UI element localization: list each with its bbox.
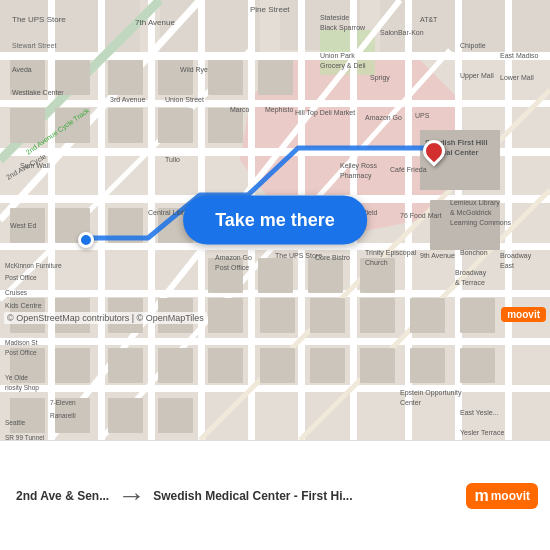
svg-rect-67 — [208, 348, 243, 383]
svg-text:& Terrace: & Terrace — [455, 279, 485, 286]
origin-label: 2nd Ave & Sen... — [16, 489, 109, 503]
svg-text:Seattle: Seattle — [5, 419, 26, 426]
svg-text:Tullo: Tullo — [165, 156, 180, 163]
svg-text:riosity Shop: riosity Shop — [5, 384, 39, 392]
moovit-watermark: moovit — [501, 307, 546, 322]
map-attribution: © OpenStreetMap contributors | © OpenMap… — [4, 312, 207, 324]
svg-text:Post Office: Post Office — [215, 264, 249, 271]
footer-arrow-icon: → — [117, 480, 145, 512]
svg-rect-68 — [260, 348, 295, 383]
svg-rect-60 — [360, 298, 395, 333]
svg-text:Grocery & Deli: Grocery & Deli — [320, 62, 366, 70]
svg-text:AT&T: AT&T — [420, 16, 438, 23]
take-me-there-button[interactable]: Take me there — [183, 196, 367, 245]
svg-text:Ranarelli: Ranarelli — [50, 412, 76, 419]
svg-text:East: East — [500, 262, 514, 269]
svg-text:Black Sparrow: Black Sparrow — [320, 24, 366, 32]
moovit-logo: m moovit — [466, 483, 538, 509]
svg-text:Madison St: Madison St — [5, 339, 38, 346]
svg-rect-51 — [308, 258, 343, 293]
svg-rect-34 — [10, 108, 45, 143]
svg-text:Union Park: Union Park — [320, 52, 355, 59]
svg-text:Lemieux Library: Lemieux Library — [450, 199, 500, 207]
svg-text:Bonchon: Bonchon — [460, 249, 488, 256]
svg-rect-71 — [410, 348, 445, 383]
svg-rect-38 — [108, 108, 143, 143]
svg-text:Learning Commons: Learning Commons — [450, 219, 512, 227]
svg-text:9th Avenue: 9th Avenue — [420, 252, 455, 259]
svg-text:SalonBar-Kon: SalonBar-Kon — [380, 29, 424, 36]
svg-text:Church: Church — [365, 259, 388, 266]
svg-text:East Madiso: East Madiso — [500, 52, 539, 59]
moovit-m-letter: m — [474, 487, 488, 505]
svg-rect-42 — [208, 108, 243, 143]
svg-text:Pharmacy: Pharmacy — [340, 172, 372, 180]
svg-rect-39 — [158, 108, 193, 143]
map-container: The UPS Store Stewart Street 7th Avenue … — [0, 0, 550, 440]
svg-rect-41 — [258, 60, 293, 95]
svg-text:Aveda: Aveda — [12, 66, 32, 73]
svg-text:Union Street: Union Street — [165, 96, 204, 103]
svg-rect-70 — [360, 348, 395, 383]
svg-rect-66 — [158, 348, 193, 383]
bottom-footer: 2nd Ave & Sen... → Swedish Medical Cente… — [0, 440, 550, 550]
svg-text:& McGoldrick: & McGoldrick — [450, 209, 492, 216]
svg-text:7-Eleven: 7-Eleven — [50, 399, 76, 406]
svg-rect-17 — [148, 0, 155, 440]
svg-text:West Ed: West Ed — [10, 222, 36, 229]
svg-text:Trinity Episcopal: Trinity Episcopal — [365, 249, 417, 257]
svg-rect-13 — [0, 338, 550, 345]
svg-rect-73 — [10, 398, 45, 433]
svg-text:Stateside: Stateside — [320, 14, 349, 21]
svg-rect-76 — [158, 398, 193, 433]
svg-text:UPS: UPS — [415, 112, 430, 119]
svg-text:Hill Top Deli Market: Hill Top Deli Market — [295, 109, 355, 117]
svg-text:76 Food Mart: 76 Food Mart — [400, 212, 442, 219]
svg-rect-69 — [310, 348, 345, 383]
origin-marker — [78, 232, 94, 248]
footer-origin: 2nd Ave & Sen... — [16, 489, 109, 503]
svg-text:Wild Rye: Wild Rye — [180, 66, 208, 74]
svg-rect-61 — [410, 298, 445, 333]
svg-text:Post Office: Post Office — [5, 274, 37, 281]
svg-rect-15 — [48, 0, 55, 440]
svg-text:Broadway: Broadway — [455, 269, 487, 277]
svg-text:Post Office: Post Office — [5, 349, 37, 356]
svg-rect-65 — [108, 348, 143, 383]
svg-text:Mephisto: Mephisto — [265, 106, 294, 114]
svg-text:Sum Wall: Sum Wall — [20, 162, 50, 169]
svg-text:Amazon Go: Amazon Go — [365, 114, 402, 121]
svg-text:Marco: Marco — [230, 106, 250, 113]
svg-text:Core Bistro: Core Bistro — [315, 254, 350, 261]
svg-text:Yesler Terrace: Yesler Terrace — [460, 429, 504, 436]
svg-text:Cruises: Cruises — [5, 289, 28, 296]
svg-rect-40 — [208, 60, 243, 95]
destination-pin — [418, 135, 449, 166]
svg-text:Amazon Go: Amazon Go — [215, 254, 252, 261]
svg-rect-62 — [460, 298, 495, 333]
svg-text:Kelley Ross: Kelley Ross — [340, 162, 377, 170]
svg-text:Broadway: Broadway — [500, 252, 532, 260]
svg-rect-1 — [0, 0, 140, 60]
svg-text:East Yesle...: East Yesle... — [460, 409, 499, 416]
svg-text:Lower Mall: Lower Mall — [500, 74, 534, 81]
svg-text:3rd Avenue: 3rd Avenue — [110, 96, 145, 103]
svg-text:Stewart Street: Stewart Street — [12, 42, 56, 49]
svg-rect-58 — [260, 298, 295, 333]
svg-text:Upper Mall: Upper Mall — [460, 72, 494, 80]
svg-rect-36 — [108, 60, 143, 95]
svg-text:Café Frieda: Café Frieda — [390, 166, 427, 173]
svg-text:McKinnon Furniture: McKinnon Furniture — [5, 262, 62, 269]
svg-rect-14 — [0, 385, 550, 392]
svg-rect-57 — [208, 298, 243, 333]
svg-rect-59 — [310, 298, 345, 333]
svg-rect-72 — [460, 348, 495, 383]
svg-text:Pine Street: Pine Street — [250, 5, 290, 14]
svg-text:Chipotle: Chipotle — [460, 42, 486, 50]
svg-text:Ye Olde: Ye Olde — [5, 374, 28, 381]
svg-rect-64 — [55, 348, 90, 383]
svg-text:Sprigy: Sprigy — [370, 74, 390, 82]
svg-rect-50 — [258, 258, 293, 293]
moovit-text: moovit — [491, 489, 530, 503]
svg-text:Kids Centre: Kids Centre — [5, 302, 42, 309]
